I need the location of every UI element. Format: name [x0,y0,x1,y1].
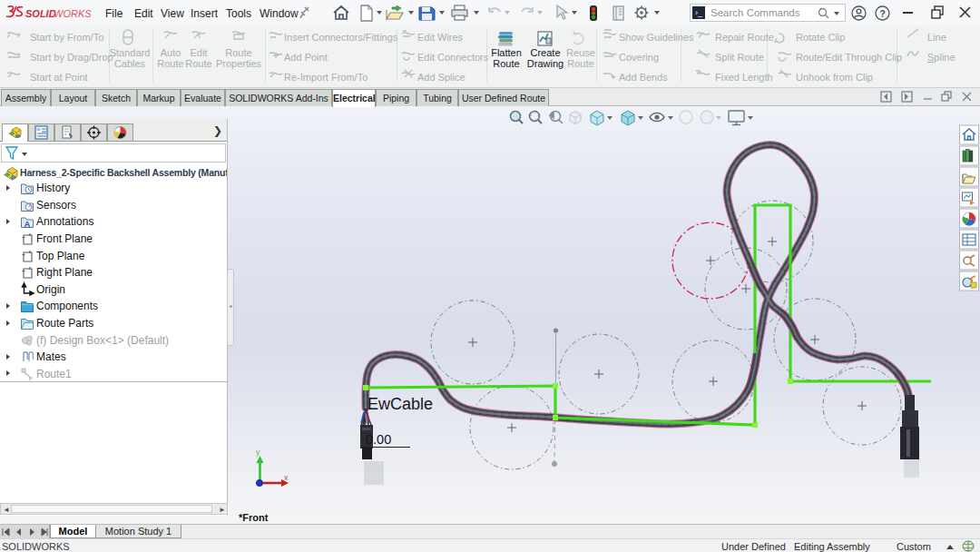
svg-text:x: x [284,473,289,482]
svg-text:WORKS: WORKS [54,8,92,19]
svg-text:EwCable: EwCable [368,395,433,413]
svg-text:SOLID: SOLID [25,8,56,19]
svg-text:A: A [24,220,31,229]
svg-text:y: y [256,448,260,457]
svg-text:?: ? [879,8,886,19]
svg-text:0.00: 0.00 [366,432,391,447]
